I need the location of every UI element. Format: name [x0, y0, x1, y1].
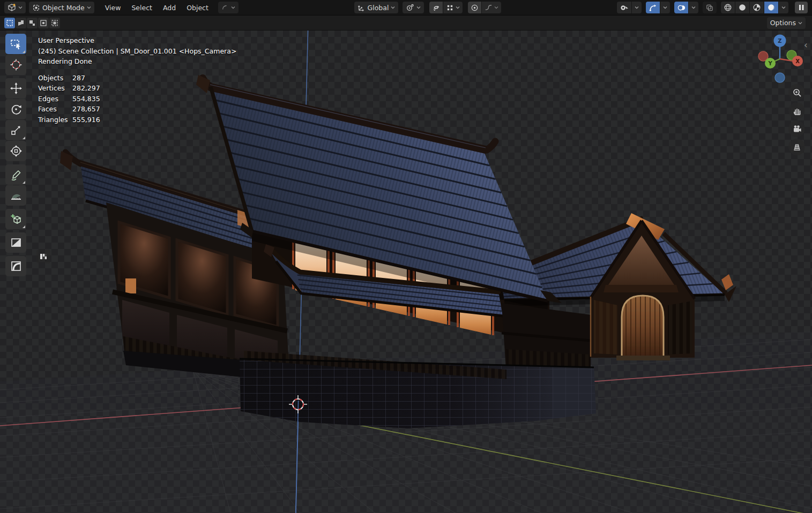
- tool-transform[interactable]: [5, 141, 26, 161]
- chevron-down-icon: [494, 6, 498, 9]
- gizmos-toggle[interactable]: [646, 2, 660, 13]
- cursor-tool-icon: [10, 58, 23, 71]
- viewport-overlay-text: User Perspective (245) Scene Collection …: [38, 35, 236, 125]
- chevron-down-icon: [781, 6, 786, 9]
- shading-solid-icon: [738, 3, 747, 12]
- annotate-pencil-icon: [10, 168, 23, 181]
- orientation-selector[interactable]: Global: [354, 2, 399, 13]
- select-subtract-icon: [28, 19, 36, 27]
- stat-row: Objects287: [38, 73, 236, 84]
- tool-fillet[interactable]: [5, 256, 26, 276]
- gizmos-dropdown[interactable]: [660, 2, 670, 13]
- chevron-down-icon: [391, 6, 395, 9]
- object-mode-icon: [32, 4, 40, 12]
- select-mode-subtract[interactable]: [27, 18, 38, 28]
- stat-row: Triangles555,916: [38, 115, 236, 125]
- chevron-down-icon: [691, 6, 696, 9]
- grid-perspective-icon: [792, 142, 802, 152]
- move-icon: [10, 82, 23, 95]
- transform-icon: [10, 145, 23, 157]
- active-tool-dropdown[interactable]: [218, 2, 239, 13]
- menu-add[interactable]: Add: [158, 2, 181, 13]
- shading-rendered-icon: [767, 3, 776, 12]
- editor-type-button[interactable]: [4, 2, 26, 13]
- render-status-label: Rendering Done: [38, 56, 236, 67]
- gizmo-y-label: Y: [768, 61, 772, 66]
- pause-icon: [798, 4, 805, 11]
- shading-material-icon: [753, 3, 761, 12]
- overlays-dropdown[interactable]: [689, 2, 698, 13]
- xray-toggle[interactable]: [703, 2, 717, 13]
- options-dropdown[interactable]: Options: [767, 17, 806, 29]
- render-pause-button[interactable]: [795, 2, 808, 13]
- shading-material[interactable]: [750, 2, 764, 13]
- proportional-editing-icon: [471, 4, 479, 12]
- shading-wireframe[interactable]: [721, 2, 735, 13]
- pivot-point-selector[interactable]: [403, 2, 424, 13]
- tool-scale[interactable]: [5, 120, 26, 140]
- gizmo-axis-neg-z[interactable]: [775, 73, 785, 82]
- navigation-gizmo[interactable]: Z Y X: [755, 33, 805, 85]
- snap-toggle[interactable]: [429, 2, 443, 13]
- overlays-toggle[interactable]: [674, 2, 688, 13]
- mode-selector[interactable]: Object Mode: [29, 2, 94, 13]
- camera-icon: [792, 124, 802, 134]
- zoom-button[interactable]: [788, 84, 805, 101]
- chevron-down-icon: [635, 6, 639, 9]
- chevron-down-icon: [456, 6, 460, 9]
- scale-icon: [10, 124, 23, 137]
- falloff-curve-icon: [485, 4, 493, 12]
- pan-button[interactable]: [788, 102, 805, 119]
- toggle-ortho-button[interactable]: [788, 139, 805, 155]
- measure-icon: [10, 189, 23, 202]
- viewport-side-buttons: [788, 84, 805, 155]
- orientation-label: Global: [368, 4, 389, 12]
- menu-select[interactable]: Select: [126, 2, 158, 13]
- sidebar-collapse-arrow[interactable]: ‹: [804, 40, 808, 50]
- snap-target-selector[interactable]: [443, 2, 463, 13]
- tool-select-box[interactable]: [5, 34, 26, 54]
- tool-settings-bar: Options: [0, 16, 812, 31]
- menu-view[interactable]: View: [100, 2, 126, 13]
- shading-solid[interactable]: [735, 2, 749, 13]
- menu-object[interactable]: Object: [181, 2, 214, 13]
- editor-type-icon: [8, 3, 16, 12]
- select-mode-extend[interactable]: [16, 18, 26, 28]
- tool-measure[interactable]: [5, 185, 26, 206]
- shading-rendered[interactable]: [764, 2, 778, 13]
- tool-cursor[interactable]: [5, 55, 26, 75]
- tool-boxcutter[interactable]: [5, 232, 26, 253]
- active-tool-icon: [221, 4, 229, 11]
- rotate-icon: [10, 103, 23, 116]
- object-visibility-toggle[interactable]: [617, 2, 631, 13]
- camera-view-button[interactable]: [788, 120, 805, 137]
- pivot-point-icon: [406, 3, 414, 12]
- proportional-editing-toggle[interactable]: [468, 2, 481, 13]
- tool-move[interactable]: [5, 78, 26, 99]
- gizmo-z-label: Z: [778, 38, 781, 44]
- tool-annotate[interactable]: [5, 164, 26, 185]
- mode-label: Object Mode: [42, 4, 85, 12]
- hand-icon: [792, 106, 802, 116]
- select-intersect-icon: [51, 19, 58, 27]
- fillet-corner-icon: [10, 260, 23, 273]
- chevron-down-icon: [18, 6, 23, 9]
- proportional-falloff-selector[interactable]: [482, 2, 501, 13]
- tool-add-cube[interactable]: [5, 209, 26, 229]
- chevron-down-icon: [663, 6, 667, 9]
- mini-image-icon[interactable]: [36, 250, 50, 263]
- tool-rotate[interactable]: [5, 99, 26, 119]
- select-mode-intersect[interactable]: [49, 18, 60, 28]
- blender-window: Object Mode View Select Add Object Globa…: [0, 0, 812, 513]
- gizmos-icon: [649, 4, 657, 12]
- chevron-down-icon: [87, 6, 91, 9]
- select-box-icon: [10, 37, 23, 50]
- select-set-icon: [6, 19, 13, 27]
- viewport-header: Object Mode View Select Add Object Globa…: [0, 0, 812, 16]
- chevron-down-icon: [798, 21, 802, 25]
- select-mode-invert[interactable]: [38, 18, 49, 28]
- shading-dropdown[interactable]: [779, 2, 788, 13]
- object-visibility-dropdown[interactable]: [632, 2, 642, 13]
- select-mode-set[interactable]: [4, 18, 15, 28]
- overlays-icon: [677, 4, 686, 12]
